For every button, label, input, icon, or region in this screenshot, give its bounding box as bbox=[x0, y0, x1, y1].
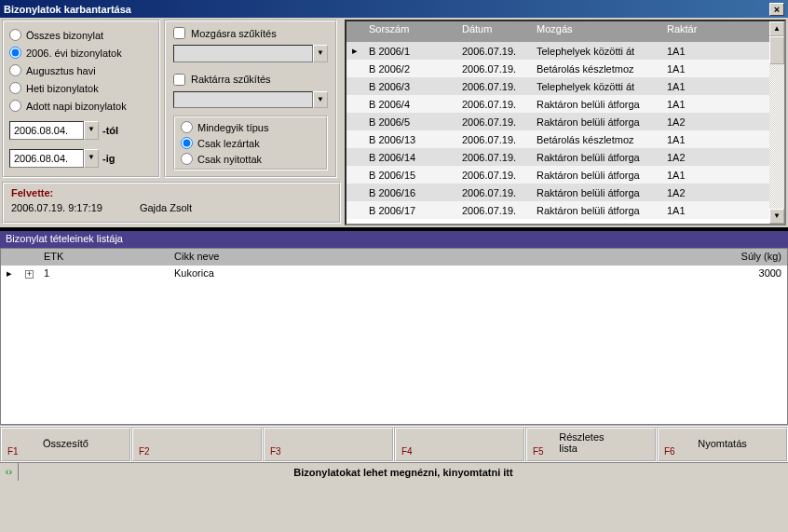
documents-grid: Sorszám Dátum Mozgás Raktár ▸B 2006/1200… bbox=[345, 20, 786, 225]
created-user: Gajda Zsolt bbox=[140, 202, 192, 213]
scroll-up-icon[interactable]: ▲ bbox=[769, 21, 784, 36]
col-etk[interactable]: ETK bbox=[38, 249, 169, 266]
f5-button[interactable]: Részletes listaF5 bbox=[525, 427, 657, 462]
created-timestamp: 2006.07.19. 9:17:19 bbox=[11, 202, 102, 213]
close-button[interactable]: × bbox=[769, 3, 784, 16]
created-by-label: Felvette: bbox=[11, 187, 332, 198]
col-cikk[interactable]: Cikk neve bbox=[169, 249, 564, 266]
f4-button[interactable]: F4 bbox=[394, 427, 525, 462]
created-by-panel: Felvette: 2006.07.19. 9:17:19 Gajda Zsol… bbox=[2, 182, 341, 224]
table-row[interactable]: B 2006/52006.07.19.Raktáron belüli átfor… bbox=[346, 113, 769, 130]
scroll-down-icon[interactable]: ▼ bbox=[769, 209, 784, 224]
status-bar: ‹› Bizonylatokat lehet megnézni, kinyomt… bbox=[0, 462, 788, 481]
table-row[interactable]: B 2006/172006.07.19.Raktáron belüli átfo… bbox=[346, 201, 769, 219]
col-raktar[interactable]: Raktár bbox=[661, 21, 745, 42]
list-header: ETK Cikk neve Súly (kg) bbox=[1, 249, 787, 266]
date-from-dropdown[interactable]: ▼ bbox=[84, 121, 99, 140]
chk-mozgas[interactable]: Mozgásra szűkítés bbox=[173, 27, 328, 39]
radio-day[interactable]: Adott napi bizonylatok bbox=[9, 100, 153, 112]
f1-button[interactable]: ÖsszesítőF1 bbox=[0, 427, 131, 462]
radio-type-all[interactable]: Mindegyik típus bbox=[181, 121, 320, 133]
f2-button[interactable]: F2 bbox=[131, 427, 263, 462]
items-list: ETK Cikk neve Súly (kg) ▸+1Kukorica3000 bbox=[0, 248, 788, 425]
status-message: Bizonylatokat lehet megnézni, kinyomtatn… bbox=[19, 467, 788, 478]
radio-type-open[interactable]: Csak nyitottak bbox=[181, 153, 320, 165]
table-row[interactable]: ▸B 2006/12006.07.19.Telephelyek közötti … bbox=[346, 42, 769, 60]
combo-mozgas[interactable]: ▼ bbox=[173, 45, 328, 62]
date-to-dropdown[interactable]: ▼ bbox=[84, 149, 99, 168]
date-from-input[interactable] bbox=[9, 121, 84, 140]
table-row[interactable]: B 2006/32006.07.19.Telephelyek közötti á… bbox=[346, 77, 769, 95]
col-mozgas[interactable]: Mozgás bbox=[531, 21, 661, 42]
table-row[interactable]: B 2006/162006.07.19.Raktáron belüli átfo… bbox=[346, 184, 769, 201]
list-title: Bizonylat tételeinek listája bbox=[0, 231, 788, 248]
date-to-input[interactable] bbox=[9, 149, 84, 168]
chevron-down-icon: ▼ bbox=[313, 91, 328, 109]
col-datum[interactable]: Dátum bbox=[456, 21, 531, 42]
col-suly[interactable]: Súly (kg) bbox=[564, 249, 787, 266]
radio-type-closed[interactable]: Csak lezártak bbox=[181, 137, 320, 149]
table-row[interactable]: B 2006/132006.07.19.Betárolás készletmoz… bbox=[346, 130, 769, 148]
radio-year[interactable]: 2006. évi bizonylatok bbox=[9, 47, 153, 59]
table-row[interactable]: B 2006/152006.07.19.Raktáron belüli átfo… bbox=[346, 166, 769, 184]
col-sorszam[interactable]: Sorszám bbox=[363, 21, 456, 42]
from-label: -tól bbox=[102, 125, 118, 136]
f3-button[interactable]: F3 bbox=[263, 427, 394, 462]
chk-raktar[interactable]: Raktárra szűkítés bbox=[173, 74, 328, 86]
title-bar: Bizonylatok karbantartása × bbox=[0, 0, 788, 18]
to-label: -ig bbox=[102, 153, 115, 164]
period-filter-panel: Összes bizonylat 2006. évi bizonylatok A… bbox=[2, 20, 160, 178]
scroll-thumb[interactable] bbox=[769, 36, 784, 64]
window-title: Bizonylatok karbantartása bbox=[4, 4, 131, 15]
table-row[interactable]: B 2006/42006.07.19.Raktáron belüli átfor… bbox=[346, 95, 769, 113]
list-item[interactable]: ▸+1Kukorica3000 bbox=[1, 266, 787, 282]
combo-raktar[interactable]: ▼ bbox=[173, 91, 328, 109]
chevron-down-icon: ▼ bbox=[313, 45, 328, 62]
function-keys: ÖsszesítőF1 F2 F3 F4 Részletes listaF5 N… bbox=[0, 425, 788, 462]
type-filter-group: Mindegyik típus Csak lezártak Csak nyito… bbox=[173, 116, 328, 171]
status-icon: ‹› bbox=[0, 463, 19, 481]
f6-button[interactable]: NyomtatásF6 bbox=[657, 427, 788, 462]
grid-scrollbar[interactable]: ▲ ▼ bbox=[769, 21, 784, 224]
narrow-filter-panel: Mozgásra szűkítés ▼ Raktárra szűkítés ▼ … bbox=[164, 20, 337, 178]
radio-month[interactable]: Augusztus havi bbox=[9, 64, 153, 76]
table-row[interactable]: B 2006/142006.07.19.Raktáron belüli átfo… bbox=[346, 148, 769, 166]
table-row[interactable]: B 2006/22006.07.19.Betárolás készletmoz1… bbox=[346, 60, 769, 77]
grid-header: Sorszám Dátum Mozgás Raktár bbox=[346, 21, 769, 42]
radio-all[interactable]: Összes bizonylat bbox=[9, 29, 153, 41]
radio-week[interactable]: Heti bizonylatok bbox=[9, 82, 153, 94]
